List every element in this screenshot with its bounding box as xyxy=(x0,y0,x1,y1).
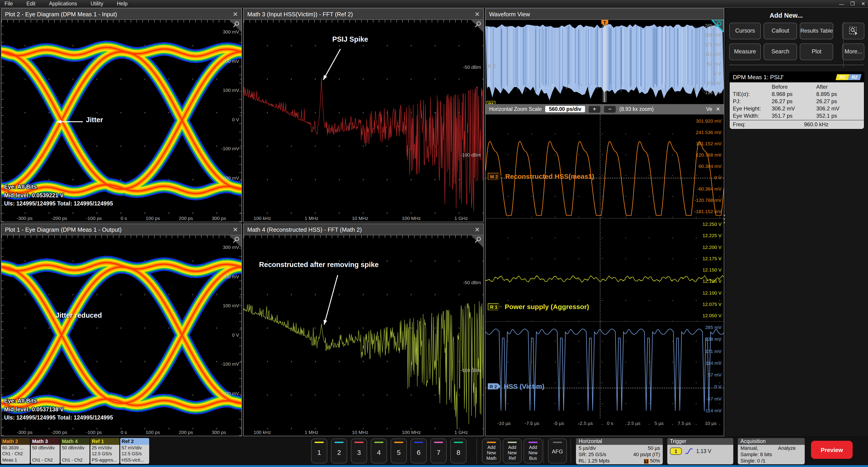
plot1-stats: Eye: All BitsMid-level: 0.0537138 VUIs: … xyxy=(4,397,113,422)
y-tick-label: 200 mV xyxy=(223,58,239,64)
minimize-icon[interactable]: — xyxy=(839,1,844,6)
t-tick-label: 10 µs xyxy=(705,420,717,426)
plot-button[interactable]: Plot xyxy=(800,43,833,60)
menu-utility[interactable]: Utility xyxy=(91,1,103,6)
waveform-view-titlebar[interactable]: Waveform View xyxy=(486,8,724,20)
zoom-scale-input[interactable]: 560.00 ps/div xyxy=(546,106,585,112)
add-new-bus-button[interactable]: AddNewBus xyxy=(524,438,542,463)
close-icon[interactable]: ✕ xyxy=(233,11,238,18)
zoom-out-button[interactable]: − xyxy=(604,106,616,113)
add-new-math-button[interactable]: AddNewMath xyxy=(482,438,501,463)
results-header[interactable]: DPM Meas 1: PSIJ' R1 R2 xyxy=(730,72,864,82)
jitter-reduced-annotation: Jitter reduced xyxy=(56,311,102,319)
trigger-source-badge[interactable]: 1 xyxy=(670,447,682,455)
panel-math4-titlebar[interactable]: Math 4 (Reconstructed HSS) - FFT (Math 2… xyxy=(244,224,483,235)
menu-applications[interactable]: Applications xyxy=(49,1,77,6)
channel-2-button[interactable]: 2 xyxy=(331,438,347,463)
source-badge-ref1[interactable]: Ref 125 mV/div12.5 GS/sPS-aggres... xyxy=(90,438,119,464)
channel-color-strip xyxy=(508,442,517,443)
result-row-before: 8.968 ps xyxy=(772,91,816,97)
panel-math3-titlebar[interactable]: Math 3 (Input HSS(Victim)) - FFT (Ref 2)… xyxy=(244,8,483,20)
source-badge-ref2[interactable]: Ref 257 mV/div12.5 GS/sHSS-victi... xyxy=(120,438,149,464)
zoom-active-icon[interactable] xyxy=(712,20,724,32)
results-panel[interactable]: DPM Meas 1: PSIJ' R1 R2 Before After TIE… xyxy=(729,71,864,129)
menu-bar: File Edit Applications Utility Help xyxy=(0,0,868,8)
overview-r2-label: R 2 xyxy=(488,63,495,68)
channel-color-strip xyxy=(315,442,324,443)
channel-3-button[interactable]: 3 xyxy=(351,438,367,463)
r1-badge[interactable]: R 1 xyxy=(488,303,502,310)
r2-t-axis: -10 µs-7.5 µs-5 µs-2.5 µs0 s2.5 µs5 µs7.… xyxy=(497,420,717,426)
menu-help[interactable]: Help xyxy=(117,1,127,6)
zoom-corner-icon[interactable] xyxy=(471,20,483,32)
close-icon[interactable]: ✕ xyxy=(475,11,480,18)
r1-label-row[interactable]: R 1 Power supply (Aggressor) xyxy=(488,303,589,311)
maximize-icon[interactable]: ❒ xyxy=(850,1,855,7)
add-new-ref-button[interactable]: AddNewRef xyxy=(503,438,522,463)
source-badge-math2[interactable]: Math 260.3839 ...Ch1 - Ch2Meas 1 xyxy=(1,438,30,464)
m2-badge[interactable]: M 2 xyxy=(488,173,502,180)
m2-waveform-section[interactable]: M 2 Reconstructed HSS(meas1) 301.920 mV2… xyxy=(486,114,724,218)
channel-color-strip xyxy=(394,442,403,443)
zoom-in-button[interactable]: + xyxy=(589,106,600,113)
cursors-button[interactable]: Cursors xyxy=(729,23,761,39)
preview-button[interactable]: Preview xyxy=(811,441,852,459)
v-tick-label: 12.200 V xyxy=(703,244,721,250)
panel-plot2-titlebar[interactable]: Plot 2 - Eye Diagram (DPM Meas 1 - Input… xyxy=(1,8,241,20)
source-badge-math4[interactable]: Math 450 dBm/divCh1 - Ch2 xyxy=(61,438,90,464)
close-icon[interactable]: ✕ xyxy=(475,226,480,233)
r2-waveform-section[interactable]: R 2 HSS (Victim) 285 mV228 mV171 mV114 m… xyxy=(486,321,724,436)
zoom-corner-icon[interactable] xyxy=(471,235,483,247)
r1-waveform-section[interactable]: R 1 Power supply (Aggressor) 12.250 V12.… xyxy=(486,218,724,321)
callout-button[interactable]: Callout xyxy=(764,23,797,39)
close-icon[interactable]: ✕ xyxy=(861,1,865,7)
overview-strip[interactable]: T R 2 R1 285 mV228 mV171 mV114 mV57 mV0 … xyxy=(486,20,724,114)
r2-source-badge: R2 xyxy=(848,74,862,80)
close-icon[interactable]: ✕ xyxy=(716,106,720,112)
more-button[interactable]: More... xyxy=(842,43,864,60)
waveform-view-body: T R 2 R1 285 mV228 mV171 mV114 mV57 mV0 … xyxy=(486,20,724,436)
x-tick-label: 100 ps xyxy=(146,430,160,435)
channel-6-button[interactable]: 6 xyxy=(410,438,427,463)
close-icon[interactable]: ✕ xyxy=(233,226,238,233)
plot2-x-axis: -300 ps-200 ps-100 ps0 s100 ps200 ps300 … xyxy=(17,215,226,221)
zoom-corner-icon[interactable] xyxy=(229,235,241,247)
trigger-body: 1 1.13 V xyxy=(667,445,733,458)
channel-7-button[interactable]: 7 xyxy=(430,438,447,463)
v-tick-label: 114 mV xyxy=(705,51,721,57)
zoom-select-button[interactable] xyxy=(842,23,864,39)
menu-file[interactable]: File xyxy=(4,1,13,6)
channel-number: 4 xyxy=(371,448,386,456)
channel-1-button[interactable]: 1 xyxy=(311,438,327,463)
math4-canvas[interactable]: -50 dBm-100 dBm 100 kHz1 MHz10 MHz100 MH… xyxy=(244,235,483,436)
x-tick-label: 100 MHz xyxy=(402,430,421,435)
trigger-card[interactable]: Trigger 1 1.13 V xyxy=(667,438,733,464)
menu-edit[interactable]: Edit xyxy=(26,1,35,6)
v-tick-label: -60.384 mV xyxy=(697,186,721,192)
channel-5-button[interactable]: 5 xyxy=(391,438,407,463)
plot2-canvas[interactable]: 300 mV200 mV100 mV0 V-100 mV-200 mV -300… xyxy=(1,20,241,222)
channel-8-button[interactable]: 8 xyxy=(450,438,467,463)
r2-badge[interactable]: R 2 xyxy=(488,383,501,389)
channel-4-button[interactable]: 4 xyxy=(371,438,387,463)
v-tick-label: 12.175 V xyxy=(703,256,721,261)
afg-button[interactable]: AFG xyxy=(548,438,567,463)
plot1-canvas[interactable]: 300 mV200 mV100 mV0 V-100 mV-200 mV -300… xyxy=(1,235,241,436)
horizontal-row: 5 µs/div50 µs xyxy=(576,445,663,451)
zoom-corner-icon[interactable] xyxy=(229,20,241,32)
pane-splitter-handle[interactable] xyxy=(723,213,725,225)
acquisition-card[interactable]: Acquisition Manual,AnalyzeSample: 8 bits… xyxy=(738,438,805,464)
cursor-vline xyxy=(600,115,600,218)
math3-canvas[interactable]: -50 dBm-100 dBm 100 kHz1 MHz10 MHz100 MH… xyxy=(244,20,483,222)
measure-button[interactable]: Measure xyxy=(729,43,761,60)
horizontal-card[interactable]: Horizontal 5 µs/div50 µsSR: 25 GS/s40 ps… xyxy=(576,438,663,464)
source-badge-math3[interactable]: Math 350 dBm/divCh1 - Ch2 xyxy=(31,438,60,464)
badge-title: Math 2 xyxy=(1,438,30,445)
search-button[interactable]: Search xyxy=(764,43,797,60)
y-tick-label: 100 mV xyxy=(223,303,239,308)
r2-label-row[interactable]: R 2 HSS (Victim) xyxy=(488,382,544,390)
m2-label-row[interactable]: M 2 Reconstructed HSS(meas1) xyxy=(488,172,594,180)
results-table-button[interactable]: Results Table xyxy=(800,23,833,39)
panel-plot1-titlebar[interactable]: Plot 1 - Eye Diagram (DPM Meas 1 - Outpu… xyxy=(1,224,241,235)
y-tick-label: -100 mV xyxy=(221,361,239,367)
